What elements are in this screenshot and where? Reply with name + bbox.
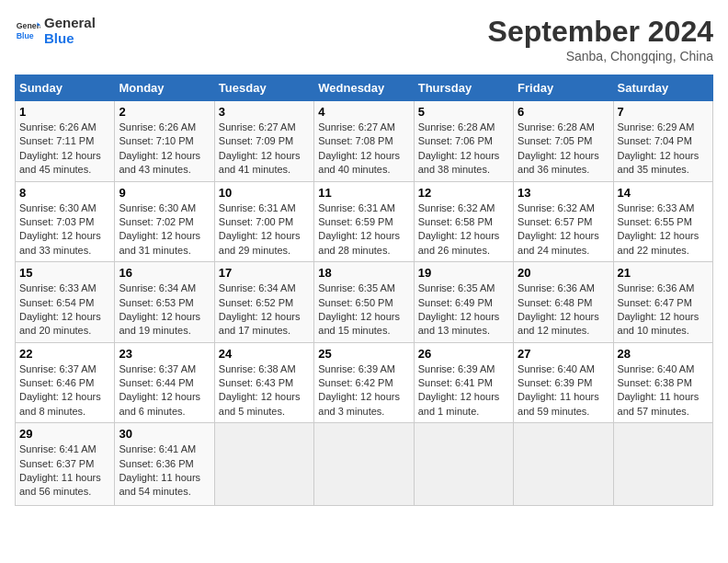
calendar-cell: 9Sunrise: 6:30 AM Sunset: 7:02 PM Daylig… (115, 181, 214, 262)
calendar-cell (414, 423, 513, 506)
location-subtitle: Sanba, Chongqing, China (488, 49, 713, 63)
calendar-cell: 24Sunrise: 6:38 AM Sunset: 6:43 PM Dayli… (214, 342, 313, 423)
day-info: Sunrise: 6:36 AM Sunset: 6:47 PM Dayligh… (618, 282, 709, 339)
day-info: Sunrise: 6:33 AM Sunset: 6:55 PM Dayligh… (618, 201, 709, 259)
svg-text:Blue: Blue (17, 31, 34, 40)
day-info: Sunrise: 6:40 AM Sunset: 6:39 PM Dayligh… (518, 362, 609, 419)
month-title: September 2024 (488, 15, 713, 49)
logo-blue: Blue (44, 30, 96, 46)
day-number: 25 (318, 347, 409, 361)
calendar-cell: 28Sunrise: 6:40 AM Sunset: 6:38 PM Dayli… (613, 342, 712, 423)
day-number: 2 (119, 105, 210, 119)
calendar-cell: 23Sunrise: 6:37 AM Sunset: 6:44 PM Dayli… (115, 342, 214, 423)
day-info: Sunrise: 6:34 AM Sunset: 6:52 PM Dayligh… (219, 282, 310, 339)
calendar-cell: 15Sunrise: 6:33 AM Sunset: 6:54 PM Dayli… (16, 262, 115, 343)
day-number: 8 (19, 186, 110, 200)
weekday-header-thursday: Thursday (414, 75, 513, 101)
calendar-cell: 25Sunrise: 6:39 AM Sunset: 6:42 PM Dayli… (314, 342, 414, 423)
logo-general: General (44, 15, 96, 30)
day-number: 15 (19, 266, 110, 280)
calendar-cell: 22Sunrise: 6:37 AM Sunset: 6:46 PM Dayli… (16, 342, 115, 423)
calendar-cell: 8Sunrise: 6:30 AM Sunset: 7:03 PM Daylig… (16, 181, 115, 262)
calendar-cell: 21Sunrise: 6:36 AM Sunset: 6:47 PM Dayli… (613, 262, 712, 343)
weekday-header-monday: Monday (115, 75, 214, 101)
calendar-cell: 29Sunrise: 6:41 AM Sunset: 6:37 PM Dayli… (16, 423, 115, 506)
day-info: Sunrise: 6:28 AM Sunset: 7:06 PM Dayligh… (418, 121, 509, 178)
day-number: 5 (418, 105, 509, 119)
weekday-header-tuesday: Tuesday (214, 75, 313, 101)
day-number: 26 (418, 347, 509, 361)
day-info: Sunrise: 6:27 AM Sunset: 7:09 PM Dayligh… (219, 121, 310, 178)
calendar-cell: 13Sunrise: 6:32 AM Sunset: 6:57 PM Dayli… (514, 181, 613, 262)
calendar-cell: 10Sunrise: 6:31 AM Sunset: 7:00 PM Dayli… (214, 181, 313, 262)
weekday-header-wednesday: Wednesday (314, 75, 414, 101)
calendar-cell (314, 423, 414, 506)
calendar-cell: 30Sunrise: 6:41 AM Sunset: 6:36 PM Dayli… (115, 423, 214, 506)
day-number: 13 (518, 186, 609, 200)
day-info: Sunrise: 6:41 AM Sunset: 6:36 PM Dayligh… (119, 442, 210, 500)
day-info: Sunrise: 6:39 AM Sunset: 6:42 PM Dayligh… (318, 362, 409, 419)
day-info: Sunrise: 6:40 AM Sunset: 6:38 PM Dayligh… (618, 362, 709, 419)
calendar-cell: 6Sunrise: 6:28 AM Sunset: 7:05 PM Daylig… (514, 101, 613, 182)
day-info: Sunrise: 6:36 AM Sunset: 6:48 PM Dayligh… (518, 282, 609, 339)
calendar-cell: 7Sunrise: 6:29 AM Sunset: 7:04 PM Daylig… (613, 101, 712, 182)
calendar-cell (613, 423, 712, 506)
day-info: Sunrise: 6:30 AM Sunset: 7:02 PM Dayligh… (119, 201, 210, 259)
weekday-header-friday: Friday (514, 75, 613, 101)
calendar-cell: 16Sunrise: 6:34 AM Sunset: 6:53 PM Dayli… (115, 262, 214, 343)
calendar-cell: 1Sunrise: 6:26 AM Sunset: 7:11 PM Daylig… (16, 101, 115, 182)
page-header: General Blue General Blue September 2024… (15, 15, 713, 63)
day-number: 20 (518, 266, 609, 280)
svg-text:General: General (17, 21, 40, 30)
day-number: 4 (318, 105, 409, 119)
calendar-cell: 19Sunrise: 6:35 AM Sunset: 6:49 PM Dayli… (414, 262, 513, 343)
day-number: 28 (618, 347, 709, 361)
calendar-cell: 3Sunrise: 6:27 AM Sunset: 7:09 PM Daylig… (214, 101, 313, 182)
day-info: Sunrise: 6:26 AM Sunset: 7:11 PM Dayligh… (19, 121, 110, 178)
calendar-cell (514, 423, 613, 506)
day-info: Sunrise: 6:35 AM Sunset: 6:49 PM Dayligh… (418, 282, 509, 339)
day-number: 27 (518, 347, 609, 361)
day-number: 29 (19, 427, 110, 441)
day-info: Sunrise: 6:32 AM Sunset: 6:58 PM Dayligh… (418, 201, 509, 259)
calendar-cell: 4Sunrise: 6:27 AM Sunset: 7:08 PM Daylig… (314, 101, 414, 182)
day-number: 7 (618, 105, 709, 119)
calendar-cell: 27Sunrise: 6:40 AM Sunset: 6:39 PM Dayli… (514, 342, 613, 423)
day-info: Sunrise: 6:27 AM Sunset: 7:08 PM Dayligh… (318, 121, 409, 178)
day-number: 14 (618, 186, 709, 200)
calendar-cell: 2Sunrise: 6:26 AM Sunset: 7:10 PM Daylig… (115, 101, 214, 182)
calendar-cell: 14Sunrise: 6:33 AM Sunset: 6:55 PM Dayli… (613, 181, 712, 262)
day-number: 18 (318, 266, 409, 280)
day-number: 16 (119, 266, 210, 280)
day-number: 3 (219, 105, 310, 119)
logo: General Blue General Blue (15, 15, 96, 46)
calendar-cell (214, 423, 313, 506)
calendar-cell: 26Sunrise: 6:39 AM Sunset: 6:41 PM Dayli… (414, 342, 513, 423)
day-info: Sunrise: 6:37 AM Sunset: 6:44 PM Dayligh… (119, 362, 210, 419)
calendar-cell: 18Sunrise: 6:35 AM Sunset: 6:50 PM Dayli… (314, 262, 414, 343)
day-number: 22 (19, 347, 110, 361)
day-number: 24 (219, 347, 310, 361)
day-info: Sunrise: 6:26 AM Sunset: 7:10 PM Dayligh… (119, 121, 210, 178)
logo-icon: General Blue (15, 17, 40, 43)
calendar-cell: 17Sunrise: 6:34 AM Sunset: 6:52 PM Dayli… (214, 262, 313, 343)
day-number: 10 (219, 186, 310, 200)
day-info: Sunrise: 6:39 AM Sunset: 6:41 PM Dayligh… (418, 362, 509, 419)
day-info: Sunrise: 6:35 AM Sunset: 6:50 PM Dayligh… (318, 282, 409, 339)
calendar-cell: 20Sunrise: 6:36 AM Sunset: 6:48 PM Dayli… (514, 262, 613, 343)
day-info: Sunrise: 6:31 AM Sunset: 6:59 PM Dayligh… (318, 201, 409, 259)
calendar-table: SundayMondayTuesdayWednesdayThursdayFrid… (15, 75, 713, 506)
day-number: 11 (318, 186, 409, 200)
day-info: Sunrise: 6:34 AM Sunset: 6:53 PM Dayligh… (119, 282, 210, 339)
day-number: 21 (618, 266, 709, 280)
day-number: 6 (518, 105, 609, 119)
weekday-header-sunday: Sunday (16, 75, 115, 101)
day-number: 23 (119, 347, 210, 361)
day-info: Sunrise: 6:31 AM Sunset: 7:00 PM Dayligh… (219, 201, 310, 259)
day-info: Sunrise: 6:32 AM Sunset: 6:57 PM Dayligh… (518, 201, 609, 259)
day-info: Sunrise: 6:38 AM Sunset: 6:43 PM Dayligh… (219, 362, 310, 419)
day-info: Sunrise: 6:28 AM Sunset: 7:05 PM Dayligh… (518, 121, 609, 178)
calendar-cell: 12Sunrise: 6:32 AM Sunset: 6:58 PM Dayli… (414, 181, 513, 262)
calendar-cell: 5Sunrise: 6:28 AM Sunset: 7:06 PM Daylig… (414, 101, 513, 182)
day-info: Sunrise: 6:33 AM Sunset: 6:54 PM Dayligh… (19, 282, 110, 339)
